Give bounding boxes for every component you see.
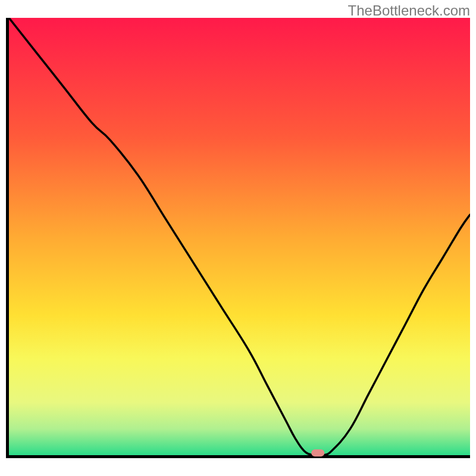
optimal-point-marker — [311, 449, 324, 456]
svg-rect-2 — [311, 449, 324, 456]
plot-area — [6, 18, 470, 458]
watermark-text: TheBottleneck.com — [348, 2, 470, 19]
chart-container: TheBottleneck.com — [0, 0, 476, 476]
gradient-background — [9, 18, 470, 455]
chart-svg — [6, 18, 470, 458]
